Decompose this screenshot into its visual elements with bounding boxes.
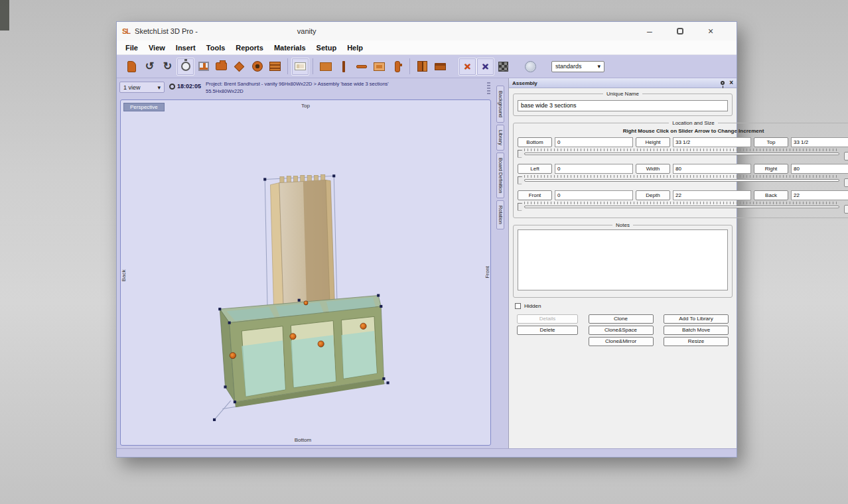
tab-rotation[interactable]: Rotation — [496, 200, 504, 229]
undo-icon[interactable]: ↺ — [141, 58, 159, 76]
base-cabinet[interactable] — [220, 295, 384, 407]
menu-file[interactable]: File — [120, 44, 143, 52]
redo-icon[interactable]: ↻ — [159, 58, 177, 76]
stopwatch-icon[interactable] — [177, 58, 194, 76]
width-button[interactable]: Width — [636, 164, 670, 174]
cabinet-glyph — [269, 62, 281, 71]
panel-close-icon[interactable]: × — [729, 80, 733, 86]
cabinet-bands-icon[interactable] — [266, 58, 284, 76]
height-slider[interactable] — [518, 149, 841, 158]
depth-increment-box[interactable]: 1 — [844, 205, 848, 214]
menu-reports[interactable]: Reports — [230, 44, 269, 52]
framed-panel-icon[interactable] — [370, 58, 388, 76]
assembly-panel-titlebar[interactable]: Assembly × — [509, 78, 737, 88]
standards-dropdown[interactable]: standards ▾ — [551, 61, 604, 72]
bottom-button[interactable]: Bottom — [518, 137, 552, 147]
slider-ticks — [524, 149, 839, 151]
width-increment-box[interactable]: 1 — [844, 178, 848, 187]
double-door-icon[interactable] — [413, 58, 431, 76]
front-button[interactable]: Front — [518, 190, 552, 200]
globe-icon[interactable] — [522, 58, 539, 76]
front-input[interactable] — [555, 190, 633, 200]
tab-board-definition[interactable]: Board Definition — [496, 153, 504, 198]
hidden-checkbox[interactable] — [515, 303, 521, 309]
back-button[interactable]: Back — [754, 190, 788, 200]
slider-ticks — [524, 175, 839, 178]
cabinet-outline-icon[interactable] — [291, 58, 309, 76]
document-glyph — [127, 61, 136, 72]
delete-purple-x-icon[interactable]: × — [476, 58, 494, 76]
back-input[interactable] — [791, 190, 848, 200]
tab-library[interactable]: Library — [496, 125, 504, 151]
top-button[interactable]: Top — [754, 137, 788, 147]
perspective-badge[interactable]: Perspective — [123, 103, 165, 111]
top-input[interactable] — [791, 137, 848, 147]
height-input[interactable] — [673, 137, 751, 147]
menu-materials[interactable]: Materials — [269, 44, 311, 52]
tab-background[interactable]: Background — [496, 86, 504, 123]
delete-button[interactable]: Delete — [517, 326, 578, 335]
right-input[interactable] — [791, 164, 848, 174]
maximize-button[interactable] — [677, 28, 683, 34]
texture-checker-icon[interactable] — [494, 58, 512, 76]
left-input[interactable] — [555, 164, 633, 174]
slider-groove[interactable] — [524, 206, 839, 208]
mirror-unit[interactable] — [270, 174, 334, 310]
vanity-model[interactable] — [121, 100, 490, 445]
menu-view[interactable]: View — [143, 44, 171, 52]
clone-mirror-button[interactable]: Clone&Mirror — [589, 337, 654, 346]
height-button[interactable]: Height — [636, 137, 670, 147]
slider-groove[interactable] — [524, 153, 839, 155]
drawer-icon[interactable] — [431, 58, 449, 76]
undo-glyph: ↺ — [145, 61, 154, 72]
viewport-3d[interactable]: Perspective Top Bottom Back Front — [120, 99, 491, 446]
menu-insert[interactable]: Insert — [171, 44, 201, 52]
notes-textarea[interactable] — [518, 229, 728, 290]
location-size-label: Location and Size — [669, 120, 718, 126]
camera-icon[interactable] — [212, 58, 230, 76]
viewport-area: Perspective Top Bottom Back Front — [117, 98, 492, 448]
left-button[interactable]: Left — [518, 164, 552, 174]
details-button[interactable]: Details — [517, 314, 578, 324]
clamp-glyph — [395, 61, 400, 72]
title-bar[interactable]: SL SketchList 3D Pro - vanity – × — [117, 22, 737, 40]
minimize-button[interactable]: – — [645, 27, 654, 36]
height-increment-box[interactable]: 1 — [844, 152, 848, 160]
location-size-group: Location and Size Right Mouse Click on S… — [513, 120, 848, 218]
board-icon[interactable] — [317, 58, 334, 76]
width-input[interactable] — [673, 164, 751, 174]
notes-group: Notes — [513, 222, 733, 298]
menu-setup[interactable]: Setup — [311, 44, 342, 52]
menu-tools[interactable]: Tools — [201, 44, 231, 52]
bottom-input[interactable] — [555, 137, 633, 147]
clamp-icon[interactable] — [388, 58, 406, 76]
clone-button[interactable]: Clone — [589, 314, 654, 324]
depth-input[interactable] — [673, 190, 751, 200]
saw-blade-icon[interactable] — [248, 58, 266, 76]
horizontal-board-icon[interactable] — [352, 58, 370, 76]
layout-grid-icon[interactable] — [194, 58, 212, 76]
clone-space-button[interactable]: Clone&Space — [589, 326, 654, 335]
vertical-divider-icon[interactable] — [334, 58, 352, 76]
close-button[interactable]: × — [706, 27, 715, 36]
right-button[interactable]: Right — [754, 164, 788, 174]
depth-slider-row: 1 — [518, 202, 848, 214]
resize-button[interactable]: Resize — [664, 337, 729, 346]
app-title: SketchList 3D Pro - — [135, 27, 198, 35]
horizontal-bar-glyph — [356, 65, 367, 68]
depth-button[interactable]: Depth — [636, 190, 670, 200]
menu-help[interactable]: Help — [342, 44, 368, 52]
unique-name-input[interactable] — [518, 100, 728, 111]
delete-orange-x-icon[interactable]: × — [459, 58, 476, 76]
pin-icon[interactable] — [721, 81, 725, 85]
view-count-dropdown[interactable]: 1 view ▾ — [119, 82, 165, 93]
splitter-grip[interactable] — [487, 82, 490, 94]
depth-slider[interactable] — [518, 202, 841, 211]
new-document-icon[interactable] — [123, 58, 141, 76]
batch-move-button[interactable]: Batch Move — [664, 326, 729, 335]
move-icon[interactable] — [230, 58, 248, 76]
width-slider[interactable] — [518, 175, 841, 184]
slider-groove[interactable] — [524, 179, 839, 182]
height-slider-row: 1 — [518, 149, 848, 160]
add-to-library-button[interactable]: Add To Library — [664, 314, 729, 324]
